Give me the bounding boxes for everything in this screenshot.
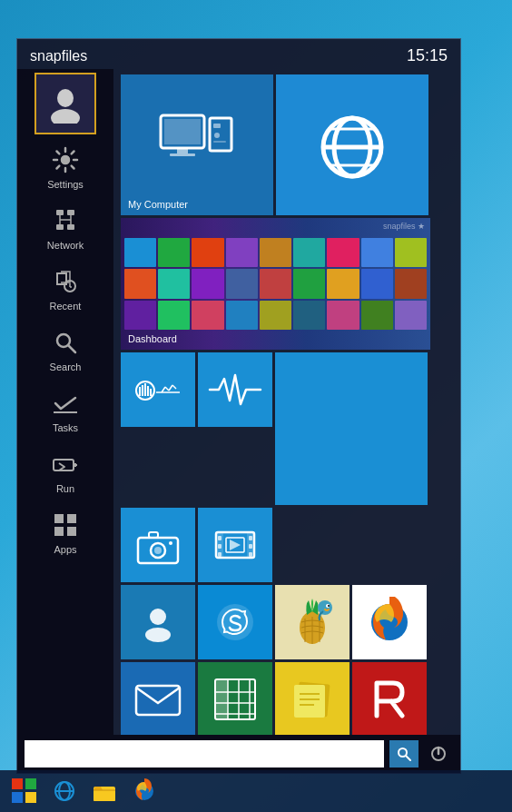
search-button[interactable] [389, 740, 418, 767]
svg-rect-82 [294, 685, 325, 718]
tile-notes[interactable] [275, 662, 350, 735]
svg-rect-27 [170, 153, 195, 156]
svg-rect-4 [56, 210, 64, 215]
svg-rect-37 [348, 142, 366, 144]
tile-dashboard-label: Dashboard [128, 333, 177, 344]
stats-icon [121, 352, 195, 427]
power-button[interactable] [424, 740, 453, 767]
network-icon [49, 204, 82, 237]
firefox-taskbar-icon [132, 778, 157, 804]
svg-rect-6 [56, 224, 64, 230]
tile-ie[interactable] [276, 74, 428, 215]
tiles-row-2: snapfiles ★ Dashboard [121, 218, 453, 350]
search-icon [49, 326, 82, 359]
tile-pulse[interactable] [198, 352, 272, 427]
dashboard-watermark: snapfiles ★ [383, 222, 425, 231]
sidebar-item-search[interactable]: Search [17, 319, 113, 380]
firefox-icon [352, 585, 427, 659]
tile-my-computer-label: My Computer [128, 199, 188, 210]
taskbar-start-button[interactable] [5, 774, 44, 808]
svg-rect-22 [54, 527, 64, 536]
main-body: Settings Network [17, 69, 460, 735]
tile-revo[interactable] [352, 662, 427, 735]
tile-fruity[interactable] [275, 585, 350, 659]
tile-my-computer[interactable]: My Computer [121, 74, 273, 215]
svg-point-0 [57, 89, 74, 107]
svg-rect-21 [67, 514, 76, 523]
tile-firefox[interactable] [352, 585, 427, 659]
svg-line-45 [162, 387, 165, 392]
film-icon [198, 508, 272, 582]
svg-rect-72 [136, 686, 180, 715]
sidebar: Settings Network [17, 69, 113, 735]
apps-icon [49, 509, 82, 541]
start-menu-header: snapfiles 15:15 [17, 39, 460, 69]
taskbar-explorer[interactable] [85, 774, 123, 808]
sidebar-item-network[interactable]: Network [17, 197, 113, 258]
taskbar-firefox[interactable] [125, 774, 163, 808]
svg-rect-29 [213, 124, 221, 128]
tiles-row-6 [121, 662, 453, 735]
taskbar [0, 770, 512, 812]
camera-icon [121, 508, 195, 582]
sidebar-item-settings[interactable]: Settings [17, 136, 113, 197]
svg-line-48 [172, 385, 176, 389]
tiles-row-1: My Computer [121, 74, 453, 215]
sidebar-item-apps[interactable]: Apps [17, 501, 113, 562]
svg-line-46 [165, 387, 169, 391]
tile-skype[interactable] [198, 585, 272, 659]
bottom-bar [17, 735, 460, 773]
taskbar-ie[interactable] [45, 774, 84, 808]
svg-rect-16 [54, 411, 77, 413]
svg-rect-31 [213, 141, 226, 143]
svg-rect-20 [54, 514, 64, 523]
dashboard-grid [121, 218, 430, 350]
excel-icon [198, 662, 272, 735]
pulse-icon [198, 352, 272, 427]
svg-point-68 [318, 600, 332, 615]
svg-rect-5 [67, 210, 74, 215]
tile-excel[interactable] [198, 662, 272, 735]
svg-point-51 [154, 547, 162, 554]
tile-stats[interactable] [121, 352, 195, 427]
power-icon [429, 745, 448, 763]
svg-rect-57 [218, 536, 222, 540]
tile-camera[interactable] [121, 508, 195, 582]
clock-display: 15:15 [407, 46, 448, 65]
svg-point-64 [150, 609, 166, 625]
user-icon [45, 84, 85, 124]
tiles-area: My Computer [113, 69, 460, 735]
sidebar-item-run[interactable]: Run [17, 441, 113, 501]
tasks-icon [49, 387, 82, 420]
explorer-taskbar-icon [92, 779, 117, 803]
search-input[interactable] [25, 740, 384, 767]
start-menu: snapfiles 15:15 [16, 38, 461, 774]
svg-rect-7 [67, 224, 74, 230]
tile-contact[interactable] [121, 585, 195, 659]
run-label: Run [56, 483, 74, 494]
user-avatar[interactable] [34, 73, 96, 134]
revo-icon [352, 662, 427, 735]
svg-point-70 [328, 605, 330, 607]
svg-rect-80 [215, 679, 228, 719]
ie-icon [283, 80, 421, 210]
tile-film[interactable] [198, 508, 272, 582]
svg-point-65 [145, 628, 171, 642]
tile-mail[interactable] [121, 662, 195, 735]
sidebar-item-recent[interactable]: Recent [17, 258, 113, 319]
tile-large-right[interactable] [275, 352, 428, 505]
svg-rect-60 [249, 536, 252, 540]
search-button-icon [397, 747, 411, 761]
tiles-row-3 [121, 352, 453, 505]
sidebar-item-tasks[interactable]: Tasks [17, 380, 113, 441]
contact-icon [121, 585, 195, 659]
search-label: Search [50, 361, 82, 372]
svg-rect-59 [218, 552, 222, 557]
svg-point-53 [169, 541, 172, 545]
tasks-label: Tasks [53, 422, 78, 433]
settings-label: Settings [47, 179, 84, 190]
tile-dashboard[interactable]: snapfiles ★ Dashboard [121, 218, 430, 350]
computer-icon [121, 74, 273, 215]
windows-logo [12, 778, 37, 804]
username-label: snapfiles [30, 48, 87, 64]
